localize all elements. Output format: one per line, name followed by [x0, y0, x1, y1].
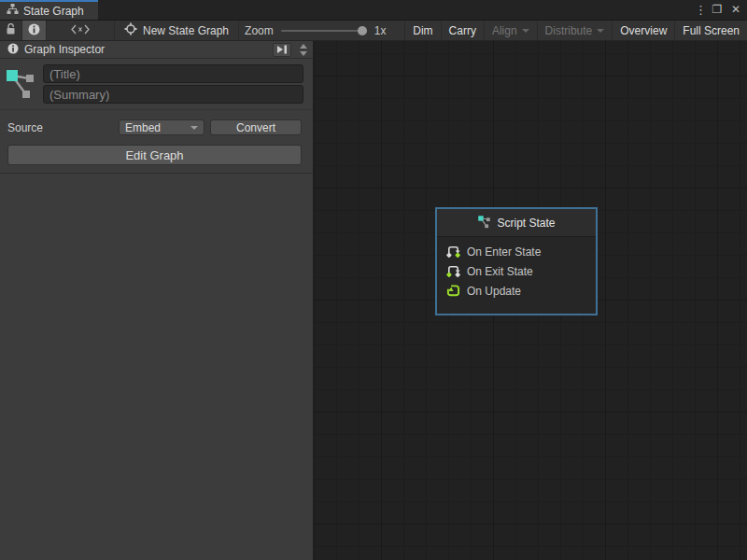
- convert-label: Convert: [236, 121, 275, 134]
- graph-summary-input[interactable]: [43, 85, 303, 104]
- chevron-down-icon: [522, 29, 529, 33]
- node-event-label: On Exit State: [467, 265, 533, 278]
- script-state-node-header[interactable]: Script State: [437, 209, 596, 237]
- scroll-up-icon[interactable]: [300, 44, 307, 49]
- source-row: Source Embed Convert: [0, 110, 313, 139]
- carry-button[interactable]: Carry: [441, 21, 484, 40]
- zoom-slider-track: [281, 30, 367, 32]
- source-label: Source: [7, 121, 113, 134]
- graph-canvas[interactable]: Script State On Enter State: [314, 41, 747, 560]
- state-graph-unit-icon: [124, 22, 137, 38]
- panel-scroll-spinner[interactable]: [297, 41, 309, 59]
- align-label: Align: [492, 24, 517, 37]
- close-icon[interactable]: ✕: [728, 3, 743, 16]
- code-icon: [71, 24, 90, 37]
- graph-meta-fields: [43, 64, 303, 104]
- update-icon: [446, 284, 460, 298]
- maximize-icon[interactable]: ❐: [710, 3, 725, 16]
- graph-icon: [477, 215, 491, 231]
- node-event-label: On Update: [467, 285, 521, 298]
- inspector-toggle-button[interactable]: [22, 21, 47, 40]
- zoom-control: Zoom 1x: [239, 21, 391, 40]
- graph-meta-section: [0, 59, 313, 110]
- graph-title-input[interactable]: [43, 64, 303, 83]
- graph-inspector-title: Graph Inspector: [24, 43, 267, 56]
- dim-label: Dim: [413, 24, 432, 37]
- node-title: Script State: [497, 217, 555, 230]
- distribute-label: Distribute: [545, 24, 593, 37]
- zoom-slider-handle[interactable]: [358, 26, 367, 35]
- full-screen-button[interactable]: Full Screen: [674, 21, 747, 40]
- main-area: Graph Inspector: [0, 41, 747, 560]
- chevron-down-icon: [190, 126, 198, 130]
- graph-icon: [4, 64, 37, 104]
- window-controls: ⋮ ❐ ✕: [695, 0, 743, 19]
- toolbar-right-group: Dim Carry Align Distribute Overview Full…: [404, 21, 747, 40]
- overview-button[interactable]: Overview: [612, 21, 674, 40]
- edit-graph-label: Edit Graph: [125, 148, 183, 162]
- new-state-graph-label: New State Graph: [143, 24, 229, 37]
- graph-inspector-panel: Graph Inspector: [0, 41, 314, 560]
- tab-title: State Graph: [23, 5, 84, 18]
- node-event-on-enter-state[interactable]: On Enter State: [446, 244, 596, 259]
- align-button[interactable]: Align: [484, 21, 537, 40]
- overview-label: Overview: [620, 24, 667, 37]
- dim-button[interactable]: Dim: [404, 21, 440, 40]
- code-preview-button[interactable]: [47, 21, 115, 40]
- convert-button[interactable]: Convert: [210, 119, 302, 135]
- graph-inspector-header: Graph Inspector: [0, 41, 313, 59]
- state-graph-window: State Graph ⋮ ❐ ✕: [0, 0, 747, 560]
- dock-panel-button[interactable]: [273, 43, 291, 57]
- zoom-slider[interactable]: [281, 25, 367, 36]
- exit-state-icon: [446, 264, 460, 278]
- node-event-on-exit-state[interactable]: On Exit State: [446, 263, 596, 279]
- lock-button[interactable]: [0, 21, 22, 40]
- dock-icon: [276, 45, 288, 54]
- info-icon: [28, 23, 40, 38]
- full-screen-label: Full Screen: [683, 24, 740, 37]
- tab-state-graph[interactable]: State Graph: [0, 0, 98, 20]
- edit-graph-button[interactable]: Edit Graph: [7, 145, 302, 165]
- edit-graph-row: Edit Graph: [0, 139, 313, 173]
- zoom-value: 1x: [374, 24, 387, 37]
- carry-label: Carry: [449, 24, 476, 37]
- panel-empty-area: [0, 174, 313, 560]
- window-menu-icon[interactable]: ⋮: [695, 3, 706, 17]
- node-event-list: On Enter State On Exit State: [437, 237, 596, 299]
- scroll-down-icon[interactable]: [300, 51, 307, 56]
- chevron-down-icon: [597, 29, 604, 33]
- info-icon: [7, 43, 19, 57]
- source-dropdown[interactable]: Embed: [119, 119, 204, 135]
- org-chart-icon: [7, 4, 19, 18]
- tab-bar: State Graph ⋮ ❐ ✕: [0, 0, 747, 21]
- enter-state-icon: [446, 245, 460, 259]
- script-state-node[interactable]: Script State On Enter State: [435, 207, 598, 315]
- graph-toolbar: New State Graph Zoom 1x Dim Carry Align …: [0, 21, 747, 41]
- new-state-graph-button[interactable]: New State Graph: [115, 21, 239, 40]
- lock-icon: [6, 23, 16, 38]
- node-event-on-update[interactable]: On Update: [446, 283, 596, 299]
- toolbar-spacer: [391, 21, 404, 40]
- node-event-label: On Enter State: [467, 245, 541, 259]
- zoom-label: Zoom: [245, 24, 274, 37]
- source-dropdown-value: Embed: [125, 121, 182, 134]
- distribute-button[interactable]: Distribute: [537, 21, 613, 40]
